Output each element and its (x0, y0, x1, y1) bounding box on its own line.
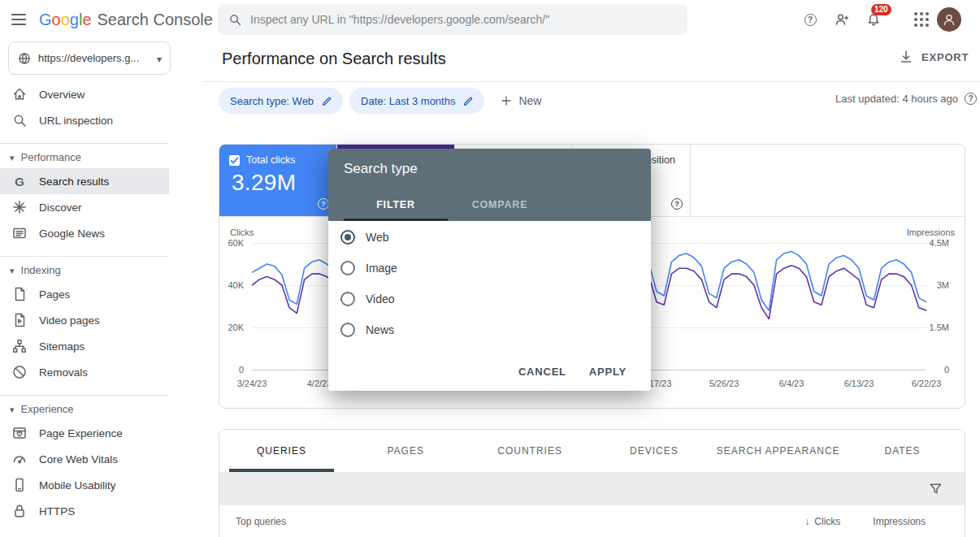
sidebar-item-sitemaps[interactable]: Sitemaps (0, 333, 195, 359)
tab-devices[interactable]: DEVICES (592, 430, 716, 472)
sidebar-item-pages[interactable]: Pages (0, 281, 195, 307)
sort-desc-icon (804, 516, 814, 527)
search-icon (228, 12, 242, 27)
sidebar-section-experience[interactable]: Experience (0, 397, 195, 420)
dialog-tabs: FILTERCOMPARE (328, 188, 651, 221)
dialog-title: Search type (344, 161, 418, 177)
sidebar-item-label: Sitemaps (39, 340, 85, 353)
radio-option-video[interactable]: Video (328, 284, 651, 314)
radio-icon (340, 323, 355, 337)
collapse-caret-icon (10, 151, 15, 163)
url-inspect-searchbox[interactable] (218, 4, 687, 35)
collapse-caret-icon (10, 403, 15, 415)
divider (0, 256, 169, 257)
logo-letter: o (52, 11, 61, 28)
sidebar-item-label: Overview (39, 89, 85, 101)
metric-value: 3.29M (219, 166, 336, 196)
menu-icon[interactable] (8, 11, 29, 28)
table-toolbar (219, 472, 965, 505)
notifications-icon[interactable]: 120 (864, 10, 883, 29)
sidebar: OverviewURL inspectionPerformanceGSearch… (0, 81, 195, 524)
metric-label: Total clicks (246, 154, 295, 166)
radio-option-news[interactable]: News (328, 314, 651, 345)
tab-countries[interactable]: COUNTRIES (468, 430, 592, 472)
left-axis-tick: 40K (219, 279, 244, 291)
radio-option-web[interactable]: Web (328, 222, 651, 253)
radio-selected-icon (340, 230, 355, 245)
download-icon (898, 49, 914, 65)
column-clicks[interactable]: Clicks (804, 516, 840, 527)
topbar: Google Search Console 120 (0, 0, 980, 39)
add-user-icon[interactable] (832, 10, 852, 29)
apps-grid-icon[interactable] (912, 10, 931, 29)
plus-icon (499, 93, 514, 108)
question-mark-icon (804, 14, 817, 26)
help-icon[interactable] (965, 93, 977, 105)
filter-funnel-icon[interactable] (928, 481, 943, 496)
help-icon[interactable] (800, 10, 820, 29)
new-filter-button[interactable]: New (499, 93, 541, 108)
edit-pencil-icon[interactable] (321, 95, 333, 107)
last-updated-text: Last updated: 4 hours ago (835, 93, 958, 105)
logo-suffix: Search Console (98, 11, 213, 29)
search-input[interactable] (250, 13, 678, 26)
property-selector[interactable]: https://developers.g... (8, 41, 171, 75)
tab-dates[interactable]: DATES (840, 430, 965, 472)
cancel-button[interactable]: CANCEL (518, 366, 566, 378)
sidebar-item-label: URL inspection (39, 115, 113, 127)
sidebar-item-video-pages[interactable]: Video pages (0, 307, 195, 333)
sidebar-item-google-news[interactable]: Google News (0, 220, 195, 246)
export-button[interactable]: EXPORT (898, 49, 969, 65)
dialog-options: WebImageVideoNews (328, 221, 651, 345)
property-icon (17, 51, 32, 66)
radio-option-image[interactable]: Image (328, 253, 651, 284)
core-web-vitals-icon (11, 451, 28, 467)
filter-bar: Search type: WebDate: Last 3 months New (219, 88, 541, 114)
column-impressions[interactable]: Impressions (873, 516, 926, 527)
tab-queries[interactable]: QUERIES (219, 430, 344, 472)
sidebar-section-performance[interactable]: Performance (0, 145, 195, 168)
x-axis-tick: 5/26/23 (696, 379, 752, 388)
sidebar-item-removals[interactable]: Removals (0, 359, 195, 385)
dialog-footer: CANCEL APPLY (328, 352, 651, 391)
sidebar-item-https[interactable]: HTTPS (0, 498, 195, 524)
tab-search-appearance[interactable]: SEARCH APPEARANCE (716, 430, 840, 472)
divider (0, 143, 169, 144)
help-icon[interactable] (318, 198, 329, 210)
search-console-app: Google Search Console 120 https://develo… (0, 0, 980, 537)
tab-pages[interactable]: PAGES (344, 430, 468, 472)
dialog-header: Search type FILTERCOMPARE (328, 149, 651, 221)
sidebar-item-url-inspection[interactable]: URL inspection (0, 107, 195, 133)
dialog-tab-compare[interactable]: COMPARE (448, 188, 552, 221)
sidebar-item-discover[interactable]: Discover (0, 194, 195, 220)
apply-button[interactable]: APPLY (589, 366, 627, 378)
edit-pencil-icon[interactable] (462, 95, 475, 107)
checkbox-checked[interactable] (229, 155, 240, 166)
x-axis-tick: 6/22/23 (898, 379, 955, 388)
sidebar-item-label: Search results (39, 175, 109, 188)
sidebar-item-core-web-vitals[interactable]: Core Web Vitals (0, 446, 195, 472)
option-label: Image (366, 262, 397, 275)
chip-search-type-web[interactable]: Search type: Web (219, 88, 343, 114)
sidebar-item-search-results[interactable]: GSearch results (0, 168, 169, 194)
dialog-tab-filter[interactable]: FILTER (344, 188, 448, 221)
help-icon[interactable] (671, 198, 683, 210)
logo-letter: o (61, 11, 70, 28)
left-axis-tick: 60K (219, 237, 244, 249)
chip-date-last-3-months[interactable]: Date: Last 3 months (349, 88, 484, 114)
divider (202, 81, 980, 82)
column-top-queries: Top queries (219, 516, 286, 527)
discover-icon (11, 199, 28, 215)
sidebar-item-overview[interactable]: Overview (0, 81, 195, 107)
sidebar-item-mobile-usability[interactable]: Mobile Usability (0, 472, 195, 498)
option-label: News (366, 323, 394, 336)
pages-icon (11, 286, 28, 302)
https-icon (11, 503, 28, 519)
logo-letter: g (70, 11, 79, 28)
metric-total-clicks[interactable]: Total clicks3.29M (219, 145, 336, 216)
logo-google: Google (39, 11, 92, 29)
left-axis-tick: 0 (219, 364, 244, 375)
sidebar-section-indexing[interactable]: Indexing (0, 258, 195, 281)
avatar[interactable] (937, 7, 961, 32)
sidebar-item-page-experience[interactable]: Page Experience (0, 420, 195, 446)
